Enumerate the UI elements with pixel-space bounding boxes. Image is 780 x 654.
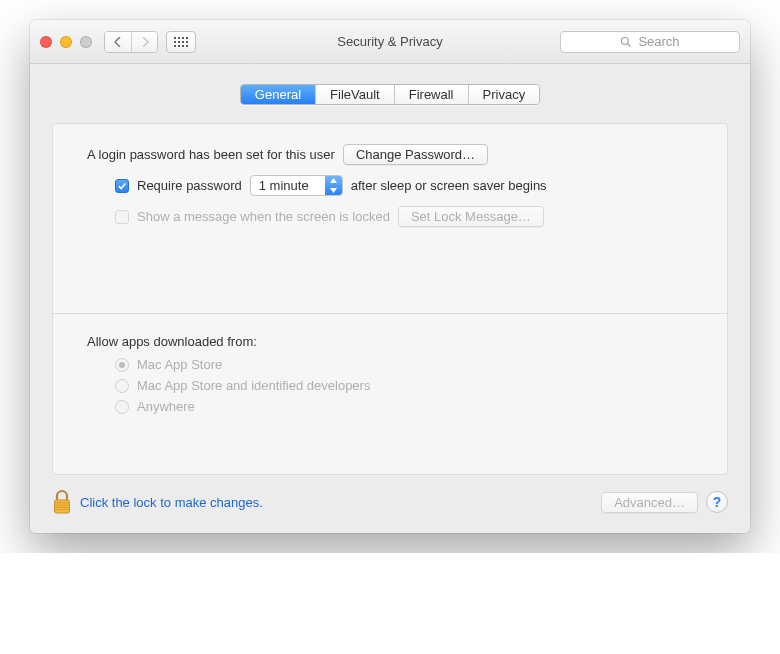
zoom-button[interactable] [80, 36, 92, 48]
svg-rect-5 [55, 507, 70, 508]
require-password-checkbox[interactable] [115, 179, 129, 193]
radio-identified-label: Mac App Store and identified developers [137, 378, 370, 393]
minimize-button[interactable] [60, 36, 72, 48]
help-button[interactable]: ? [706, 491, 728, 513]
svg-rect-3 [55, 502, 70, 503]
svg-rect-6 [55, 509, 70, 510]
back-button[interactable] [105, 32, 131, 52]
radio-appstore [115, 358, 129, 372]
radio-appstore-label: Mac App Store [137, 357, 222, 372]
search-icon [620, 36, 632, 48]
stepper-icon [325, 176, 342, 195]
radio-anywhere [115, 400, 129, 414]
window-controls [40, 36, 92, 48]
gatekeeper-section: Allow apps downloaded from: Mac App Stor… [53, 314, 727, 474]
gatekeeper-option-identified: Mac App Store and identified developers [87, 378, 693, 393]
radio-anywhere-label: Anywhere [137, 399, 195, 414]
tabs-row: General FileVault Firewall Privacy [30, 64, 750, 123]
login-password-message: A login password has been set for this u… [87, 147, 335, 162]
close-button[interactable] [40, 36, 52, 48]
gatekeeper-heading: Allow apps downloaded from: [87, 334, 693, 349]
forward-button[interactable] [131, 32, 157, 52]
titlebar: Security & Privacy Search [30, 20, 750, 64]
show-all-button[interactable] [166, 31, 196, 53]
svg-point-0 [622, 37, 629, 44]
radio-identified [115, 379, 129, 393]
gatekeeper-option-anywhere: Anywhere [87, 399, 693, 414]
tab-filevault[interactable]: FileVault [315, 85, 394, 104]
nav-group [104, 31, 158, 53]
gatekeeper-option-appstore: Mac App Store [87, 357, 693, 372]
require-password-delay-select[interactable]: 1 minute [250, 175, 343, 196]
require-password-suffix: after sleep or screen saver begins [351, 178, 547, 193]
grid-icon [174, 37, 188, 47]
change-password-button[interactable]: Change Password… [343, 144, 488, 165]
login-password-row: A login password has been set for this u… [87, 144, 693, 165]
show-message-label: Show a message when the screen is locked [137, 209, 390, 224]
show-message-checkbox [115, 210, 129, 224]
pane-tabs: General FileVault Firewall Privacy [240, 84, 540, 105]
svg-rect-4 [55, 505, 70, 506]
require-password-delay-value: 1 minute [251, 176, 325, 195]
settings-panel: A login password has been set for this u… [52, 123, 728, 475]
search-placeholder: Search [638, 34, 679, 49]
preferences-window: Security & Privacy Search General FileVa… [30, 20, 750, 533]
tab-privacy[interactable]: Privacy [468, 85, 540, 104]
content: General FileVault Firewall Privacy A log… [30, 64, 750, 533]
lock-hint-text[interactable]: Click the lock to make changes. [80, 495, 263, 510]
tab-general[interactable]: General [241, 85, 315, 104]
require-password-row: Require password 1 minute after sleep or… [87, 175, 693, 196]
svg-line-1 [628, 43, 631, 46]
set-lock-message-button: Set Lock Message… [398, 206, 544, 227]
login-section: A login password has been set for this u… [53, 124, 727, 313]
require-password-prefix: Require password [137, 178, 242, 193]
svg-rect-2 [55, 500, 70, 513]
search-field[interactable]: Search [560, 31, 740, 53]
lock-icon[interactable] [52, 489, 72, 515]
bottom-bar: Click the lock to make changes. Advanced… [30, 475, 750, 515]
show-message-row: Show a message when the screen is locked… [87, 206, 693, 227]
tab-firewall[interactable]: Firewall [394, 85, 468, 104]
advanced-button: Advanced… [601, 492, 698, 513]
check-icon [117, 181, 127, 191]
